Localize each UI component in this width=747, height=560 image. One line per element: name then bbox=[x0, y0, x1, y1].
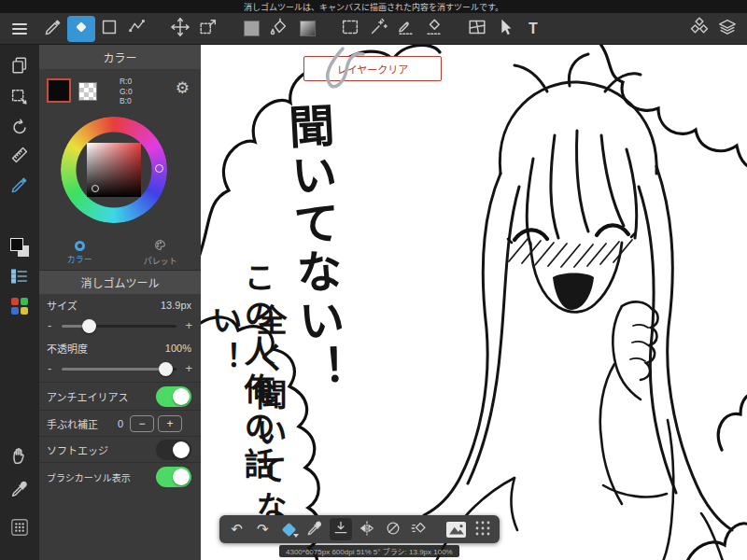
select-rect-tool-button[interactable] bbox=[336, 16, 364, 42]
bucket-icon bbox=[269, 17, 289, 41]
hue-marker[interactable] bbox=[155, 164, 163, 173]
square-icon bbox=[99, 17, 120, 41]
polyline-tool-button[interactable] bbox=[123, 16, 151, 42]
tab-palette[interactable]: パレット bbox=[120, 235, 202, 270]
hand-icon bbox=[9, 445, 30, 469]
drag-handle-button[interactable] bbox=[471, 518, 494, 540]
select-eraser-tool-button[interactable] bbox=[420, 16, 448, 42]
softedge-row: ソフトエッジ bbox=[39, 436, 201, 462]
eyedropper-tool-button[interactable] bbox=[0, 478, 39, 504]
image-icon bbox=[446, 522, 466, 538]
palette-panel-button[interactable] bbox=[0, 293, 39, 319]
select-area-icon bbox=[9, 87, 30, 111]
brushcursor-label: ブラシカーソル表示 bbox=[47, 469, 131, 483]
cursor-tool-button[interactable] bbox=[491, 16, 519, 42]
flip-icon bbox=[358, 519, 376, 540]
correction-row: 手ぶれ補正 0 − + bbox=[39, 410, 201, 436]
gradient-tool-button[interactable] bbox=[293, 16, 321, 42]
eraser-tool-button[interactable] bbox=[67, 16, 95, 42]
correction-minus-button[interactable]: − bbox=[130, 415, 154, 432]
opacity-slider-track[interactable] bbox=[62, 368, 176, 371]
opacity-value: 100% bbox=[165, 343, 191, 354]
panel-divide-tool-button[interactable] bbox=[463, 16, 491, 42]
material-cubes-icon bbox=[689, 17, 710, 41]
ruler-button[interactable] bbox=[0, 144, 39, 170]
redo-button[interactable]: ↷ bbox=[251, 518, 275, 540]
hand-tool-button[interactable] bbox=[0, 444, 39, 470]
drawing-canvas[interactable]: レイヤークリア 聞いてない！ この人俺の話 全く聞いてない！ bbox=[201, 45, 747, 560]
move-tool-button[interactable] bbox=[166, 16, 194, 42]
move-icon bbox=[170, 17, 190, 41]
sv-marker[interactable] bbox=[92, 185, 99, 192]
text-tool-button[interactable]: T bbox=[519, 16, 547, 42]
blush-hatching bbox=[509, 239, 632, 267]
bucket-tool-button[interactable] bbox=[265, 16, 293, 42]
opacity-slider: - + bbox=[39, 359, 201, 380]
reference-image-button[interactable] bbox=[444, 518, 468, 540]
tab-color[interactable]: カラー bbox=[39, 235, 120, 270]
shortcut-grid-button[interactable] bbox=[0, 516, 39, 542]
correction-label: 手ぶれ補正 bbox=[47, 416, 98, 431]
current-color-swatch[interactable] bbox=[47, 78, 71, 103]
softedge-toggle[interactable] bbox=[156, 440, 191, 460]
eyedropper-icon bbox=[9, 479, 30, 503]
color-settings-gear-icon[interactable]: ⚙ bbox=[176, 80, 190, 96]
shape-brush-tool-button[interactable] bbox=[95, 16, 123, 42]
rotate-canvas-button[interactable] bbox=[0, 116, 39, 142]
rgb-readout: R:0 G:0 B:0 bbox=[120, 77, 133, 106]
polyline-icon bbox=[127, 17, 148, 41]
layers-panel-button[interactable] bbox=[713, 16, 741, 42]
select-pen-icon bbox=[396, 17, 416, 41]
no-rotate-icon bbox=[384, 519, 402, 540]
size-slider: - + bbox=[39, 316, 201, 337]
eyedropper-quick-button[interactable] bbox=[303, 518, 327, 540]
eyedropper-icon bbox=[305, 519, 324, 540]
size-slider-track[interactable] bbox=[62, 325, 176, 328]
rgb-g: G:0 bbox=[120, 87, 133, 97]
select-area-button[interactable] bbox=[0, 86, 39, 112]
transparent-color-swatch[interactable] bbox=[78, 82, 97, 101]
transform-icon bbox=[198, 17, 218, 41]
tool-settings-panel: カラー R:0 G:0 B:0 ⚙ カラー パレット 消しゴムツール サイズ 1… bbox=[39, 45, 201, 560]
opacity-slider-plus[interactable]: + bbox=[185, 361, 192, 375]
transform-tool-button[interactable] bbox=[194, 16, 222, 42]
clear-layer-button[interactable] bbox=[407, 518, 430, 540]
save-button[interactable] bbox=[330, 518, 353, 540]
gradient-swatch-icon bbox=[300, 21, 316, 36]
material-panel-button[interactable] bbox=[685, 16, 713, 42]
brushcursor-toggle[interactable] bbox=[156, 467, 191, 487]
undo-button[interactable]: ↶ bbox=[225, 518, 248, 540]
opacity-slider-thumb[interactable] bbox=[159, 362, 173, 376]
save-icon bbox=[331, 519, 350, 540]
correction-plus-button[interactable]: + bbox=[158, 415, 182, 432]
antialias-label: アンチエイリアス bbox=[47, 389, 129, 404]
correction-value: 0 bbox=[118, 418, 123, 429]
ruler-icon bbox=[9, 145, 30, 169]
size-slider-minus[interactable]: - bbox=[48, 318, 51, 332]
size-row: サイズ 13.9px bbox=[39, 294, 201, 316]
pages-button[interactable] bbox=[0, 54, 39, 80]
current-tool-button[interactable] bbox=[277, 518, 301, 540]
softedge-label: ソフトエッジ bbox=[47, 442, 108, 457]
brush-panel-button[interactable] bbox=[0, 174, 39, 200]
antialias-toggle[interactable] bbox=[156, 386, 191, 407]
layers-icon bbox=[717, 17, 738, 41]
quick-toolbar: ↶ ↷ bbox=[219, 515, 500, 543]
reset-rotation-button[interactable] bbox=[381, 518, 404, 540]
palette-icon bbox=[11, 298, 28, 315]
size-slider-thumb[interactable] bbox=[82, 319, 96, 333]
eraser-stroke-mark bbox=[305, 45, 371, 97]
brush-tool-button[interactable] bbox=[39, 16, 67, 42]
notification-bar: 消しゴムツールは、キャンバスに描画された内容を消すツールです。 bbox=[0, 0, 747, 13]
menu-button[interactable] bbox=[0, 13, 39, 45]
magic-wand-tool-button[interactable] bbox=[364, 16, 392, 42]
layer-list-button[interactable] bbox=[0, 265, 39, 291]
flip-horizontal-button[interactable] bbox=[355, 518, 378, 540]
notification-text: 消しゴムツールは、キャンバスに描画された内容を消すツールです。 bbox=[244, 1, 503, 13]
fg-bg-color-button[interactable] bbox=[0, 234, 39, 260]
size-slider-plus[interactable]: + bbox=[185, 318, 192, 332]
draw-color-swatch[interactable] bbox=[237, 16, 265, 42]
select-pen-tool-button[interactable] bbox=[392, 16, 420, 42]
palette-tab-label: パレット bbox=[144, 255, 177, 267]
opacity-slider-minus[interactable]: - bbox=[48, 361, 51, 375]
